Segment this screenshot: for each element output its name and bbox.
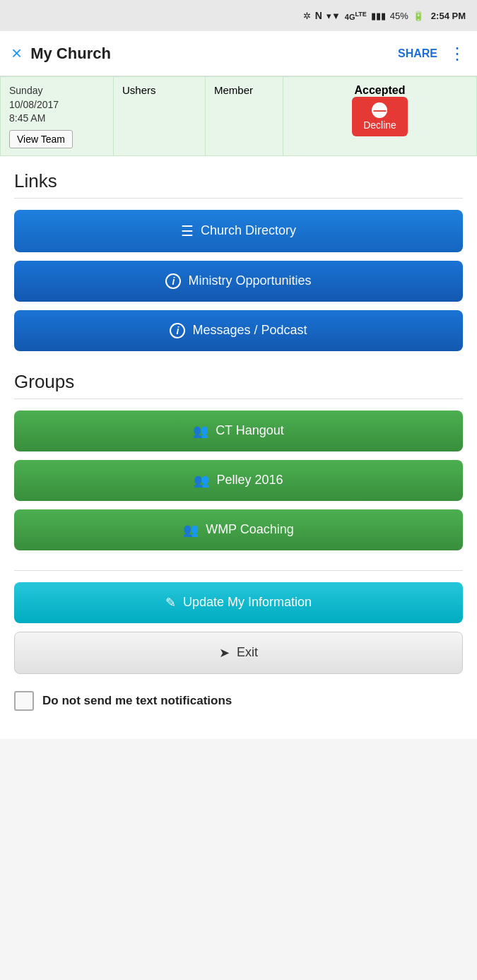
date-cell: Sunday 10/08/2017 8:45 AM View Team (1, 77, 114, 156)
ministry-opportunities-button[interactable]: i Ministry Opportunities (14, 261, 463, 302)
wifi-icon: ▾▼ (326, 11, 341, 21)
church-directory-label: Church Directory (201, 223, 296, 238)
nfc-icon: N (315, 10, 322, 21)
role-cell: Ushers (114, 77, 206, 156)
battery-icon: 🔋 (413, 11, 424, 21)
page-title: My Church (30, 45, 398, 63)
groups-section: Groups 👥 CT Hangout 👥 Pelley 2016 👥 WMP … (0, 357, 477, 556)
church-directory-button[interactable]: ☰ Church Directory (14, 210, 463, 252)
links-heading: Links (0, 156, 477, 198)
links-divider (14, 198, 463, 199)
status-cell: Accepted — Decline (283, 77, 477, 156)
info-icon-ministry: i (165, 273, 181, 289)
bottom-buttons-area: ✎ Update My Information ➤ Exit (0, 582, 477, 680)
table-row: Sunday 10/08/2017 8:45 AM View Team Ushe… (1, 77, 477, 156)
wmp-coaching-label: WMP Coaching (206, 522, 294, 537)
links-section: Links ☰ Church Directory i Ministry Oppo… (0, 156, 477, 357)
network-4g: 4GLTE (345, 11, 367, 21)
text-notification-checkbox-area: Do not send me text notifications (0, 680, 477, 722)
update-info-button[interactable]: ✎ Update My Information (14, 582, 463, 623)
groups-heading: Groups (0, 357, 477, 399)
view-team-button[interactable]: View Team (9, 130, 73, 148)
links-buttons-area: ☰ Church Directory i Ministry Opportunit… (0, 210, 477, 357)
bottom-section: ✎ Update My Information ➤ Exit Do not se… (0, 570, 477, 739)
exit-icon: ➤ (219, 645, 230, 661)
ministry-opportunities-label: Ministry Opportunities (188, 273, 311, 288)
messages-podcast-label: Messages / Podcast (192, 323, 307, 338)
more-menu-button[interactable]: ⋮ (449, 44, 466, 64)
accepted-label: Accepted (292, 84, 468, 97)
wmp-coaching-button[interactable]: 👥 WMP Coaching (14, 509, 463, 550)
main-content: Links ☰ Church Directory i Ministry Oppo… (0, 156, 477, 739)
decline-button[interactable]: — Decline (352, 97, 408, 136)
pelley-2016-button[interactable]: 👥 Pelley 2016 (14, 460, 463, 501)
close-button[interactable]: × (11, 42, 22, 64)
status-bar: ✲ N ▾▼ 4GLTE ▮▮▮ 45% 🔋 2:54 PM (0, 0, 477, 31)
info-icon-messages: i (170, 323, 185, 338)
share-button[interactable]: SHARE (398, 47, 437, 60)
bluetooth-icon: ✲ (303, 11, 311, 21)
group-icon-wmp: 👥 (183, 522, 199, 538)
text-notification-label: Do not send me text notifications (42, 694, 232, 708)
schedule-table-section: Sunday 10/08/2017 8:45 AM View Team Ushe… (0, 76, 477, 156)
time-display: 2:54 PM (431, 11, 466, 21)
ct-hangout-label: CT Hangout (216, 423, 284, 438)
exit-label: Exit (237, 645, 258, 660)
signal-bars: ▮▮▮ (371, 11, 386, 21)
list-icon: ☰ (181, 223, 194, 240)
decline-label: Decline (363, 119, 396, 131)
decline-icon: — (372, 102, 387, 118)
pelley-2016-label: Pelley 2016 (216, 473, 283, 488)
exit-button[interactable]: ➤ Exit (14, 632, 463, 674)
ct-hangout-button[interactable]: 👥 CT Hangout (14, 411, 463, 451)
groups-divider (14, 399, 463, 399)
type-cell: Member (206, 77, 283, 156)
bottom-divider-top (14, 570, 463, 571)
update-info-label: Update My Information (183, 595, 312, 610)
groups-buttons-area: 👥 CT Hangout 👥 Pelley 2016 👥 WMP Coachin… (0, 411, 477, 556)
time-label: 8:45 AM (9, 112, 45, 124)
battery-percent: 45% (390, 11, 408, 21)
group-icon-ct: 👥 (193, 423, 208, 439)
day-label: Sunday (9, 85, 42, 96)
schedule-table: Sunday 10/08/2017 8:45 AM View Team Ushe… (0, 76, 477, 156)
top-bar: × My Church SHARE ⋮ (0, 31, 477, 76)
edit-icon: ✎ (165, 595, 176, 610)
text-notification-checkbox[interactable] (14, 691, 34, 711)
date-label: 10/08/2017 (9, 99, 59, 110)
messages-podcast-button[interactable]: i Messages / Podcast (14, 310, 463, 351)
group-icon-pelley: 👥 (194, 473, 209, 488)
